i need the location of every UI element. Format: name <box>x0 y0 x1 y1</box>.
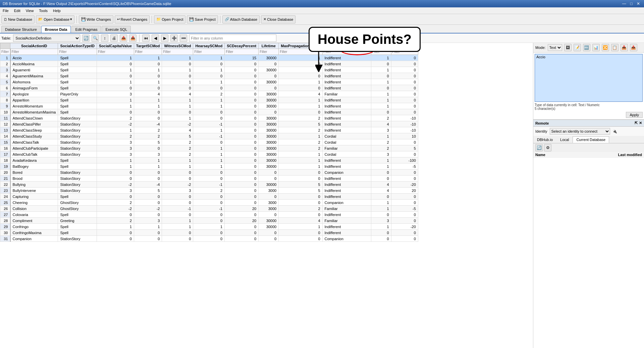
cell-socialactiontypeid[interactable]: StationStory <box>58 115 97 121</box>
col-header-hearsayscmod[interactable]: HearsaySCMod <box>193 43 225 49</box>
cell-lifetime[interactable]: 30000 <box>259 182 279 188</box>
cell-maxpropagationcount[interactable]: 0 <box>279 236 322 242</box>
cell-minpropagationscstatus[interactable]: Indifferent <box>322 194 371 200</box>
cell-lifetime[interactable]: 30000 <box>259 151 279 157</box>
cell-socialcapitalvalue[interactable]: -2 <box>97 121 134 127</box>
cell-minpropagationscstatus[interactable]: Indifferent <box>322 163 371 169</box>
cell-targetscmod[interactable]: 1 <box>134 97 162 103</box>
cell-socialcapitalvalue[interactable]: 0 <box>97 85 134 91</box>
cell-maxpropagationcount[interactable]: 5 <box>279 188 322 194</box>
table-row[interactable]: 28ComplimentGreeting231020300004Familiar… <box>0 218 418 224</box>
cell-socialactionid[interactable]: Companion <box>10 236 58 242</box>
cell-witnessscmod[interactable]: -2 <box>162 121 193 127</box>
col-header-priority[interactable]: Priority <box>371 43 391 49</box>
cell-scdecaypercent[interactable]: 0 <box>225 103 259 109</box>
open-project-button[interactable]: 📁 Open Project <box>154 15 185 23</box>
cell-priority[interactable]: 1 <box>371 163 391 169</box>
cell-socialactiontypeid[interactable]: Spell <box>58 85 97 91</box>
cell-socialactionid[interactable]: Bullying <box>10 182 58 188</box>
cell-scdecaypercent[interactable]: 0 <box>225 182 259 188</box>
cell-minpropagationscstatus[interactable]: Indifferent <box>322 121 371 127</box>
cell-socialactionid[interactable]: Apparition <box>10 97 58 103</box>
cell-housepoints[interactable]: 0 <box>391 73 418 79</box>
apply-button[interactable]: Apply <box>626 112 643 118</box>
cell-socialactionid[interactable]: Apologize <box>10 91 58 97</box>
cell-housepoints[interactable]: 0 <box>391 85 418 91</box>
cell-maxpropagationcount[interactable]: 2 <box>279 115 322 121</box>
table-row[interactable]: 25CheeringGhostStory2000030000Companion1… <box>0 200 418 206</box>
cell-lifetime[interactable]: 0 <box>259 109 279 115</box>
cell-socialcapitalvalue[interactable]: 1 <box>97 79 134 85</box>
cell-targetscmod[interactable]: 5 <box>134 139 162 145</box>
close-database-button[interactable]: ✕ Close Database <box>261 15 296 23</box>
cell-maxpropagationcount[interactable]: 0 <box>279 176 322 182</box>
cell-scdecaypercent[interactable]: 0 <box>225 127 259 133</box>
close-button[interactable]: ✕ <box>635 1 641 6</box>
table-row[interactable]: 24CapturingSpell0000000Indifferent00 <box>0 194 418 200</box>
cell-scdecaypercent[interactable]: 0 <box>225 61 259 67</box>
cell-hearsayscmod[interactable]: 1 <box>193 103 225 109</box>
table-row[interactable]: 27ColovariaSpell0000000Indifferent00 <box>0 212 418 218</box>
cell-witnessscmod[interactable]: 0 <box>162 176 193 182</box>
cell-socialcapitalvalue[interactable]: 1 <box>97 224 134 230</box>
cell-lifetime[interactable]: 30000 <box>259 103 279 109</box>
cell-maxpropagationcount[interactable]: 1 <box>279 55 322 61</box>
filter-rownum[interactable] <box>1 50 10 54</box>
cell-socialcapitalvalue[interactable]: 1 <box>97 163 134 169</box>
table-row[interactable]: 20BoredStationStory0000000Companion00 <box>0 169 418 176</box>
cell-targetscmod[interactable]: 0 <box>134 73 162 79</box>
cell-socialcapitalvalue[interactable]: 1 <box>97 157 134 163</box>
cell-minpropagationscstatus[interactable]: Indifferent <box>322 127 371 133</box>
cell-hearsayscmod[interactable]: 1 <box>193 145 225 151</box>
cell-maxpropagationcount[interactable]: 1 <box>279 224 322 230</box>
cell-targetscmod[interactable]: 0 <box>134 169 162 176</box>
cell-minpropagationscstatus[interactable]: Indifferent <box>322 61 371 67</box>
cell-lifetime[interactable]: 0 <box>259 176 279 182</box>
cell-minpropagationscstatus[interactable]: Cordial <box>322 139 371 145</box>
cell-maxpropagationcount[interactable]: 0 <box>279 230 322 236</box>
cell-priority[interactable]: 1 <box>371 157 391 163</box>
cell-minpropagationscstatus[interactable]: Familiar <box>322 91 371 97</box>
cell-hearsayscmod[interactable]: 0 <box>193 230 225 236</box>
cell-hearsayscmod[interactable]: 1 <box>193 67 225 73</box>
cell-socialactiontypeid[interactable]: Spell <box>58 212 97 218</box>
remote-tab-local[interactable]: Local <box>556 136 573 143</box>
cell-lifetime[interactable]: 0 <box>259 85 279 91</box>
menu-view[interactable]: View <box>24 8 35 13</box>
cell-witnessscmod[interactable]: 1 <box>162 67 193 73</box>
col-header-minpropagationscstatus[interactable]: MinPropagationSCStatus <box>322 43 371 49</box>
cell-socialactiontypeid[interactable]: StationStory <box>58 182 97 188</box>
cell-socialcapitalvalue[interactable]: 2 <box>97 133 134 139</box>
cell-maxpropagationcount[interactable]: 4 <box>279 91 322 97</box>
cell-lifetime[interactable]: 30000 <box>259 79 279 85</box>
cell-minpropagationscstatus[interactable]: Indifferent <box>322 73 371 79</box>
table-row[interactable]: 11AttendClassClownStationStory2010030000… <box>0 115 418 121</box>
table-row[interactable]: 18AvadaKedavraSpell11110300001Indifferen… <box>0 157 418 163</box>
cell-witnessscmod[interactable]: 2 <box>162 151 193 157</box>
delete-row-button[interactable]: ➖ <box>180 34 187 42</box>
cell-scdecaypercent[interactable]: 0 <box>225 85 259 91</box>
cell-priority[interactable]: 0 <box>371 212 391 218</box>
cell-socialactiontypeid[interactable]: GhostStory <box>58 206 97 212</box>
filter-minpropagationscstatus[interactable] <box>323 50 371 54</box>
cell-maxpropagationcount[interactable]: 0 <box>279 85 322 91</box>
cell-housepoints[interactable]: 0 <box>391 109 418 115</box>
mode-icon-6[interactable]: 📋 <box>611 44 619 51</box>
cell-socialcapitalvalue[interactable]: 0 <box>97 73 134 79</box>
cell-hearsayscmod[interactable]: 0 <box>193 218 225 224</box>
cell-socialactiontypeid[interactable]: GhostStory <box>58 200 97 206</box>
filter-priority[interactable] <box>372 50 391 54</box>
write-changes-button[interactable]: 💾 Write Changes <box>79 15 113 23</box>
cell-hearsayscmod[interactable]: 1 <box>193 157 225 163</box>
table-row[interactable]: 21BroodStationStory0000000Indifferent00 <box>0 176 418 182</box>
cell-maxpropagationcount[interactable]: 2 <box>279 127 322 133</box>
cell-witnessscmod[interactable]: 2 <box>162 145 193 151</box>
cell-lifetime[interactable]: 30000 <box>259 121 279 127</box>
first-button[interactable]: ⏮ <box>142 34 150 42</box>
cell-hearsayscmod[interactable]: 2 <box>193 188 225 194</box>
cell-socialactiontypeid[interactable]: Spell <box>58 55 97 61</box>
cell-witnessscmod[interactable]: 1 <box>162 115 193 121</box>
cell-lifetime[interactable]: 30000 <box>259 97 279 103</box>
filter-input[interactable] <box>189 34 276 42</box>
cell-maxpropagationcount[interactable]: 0 <box>279 212 322 218</box>
